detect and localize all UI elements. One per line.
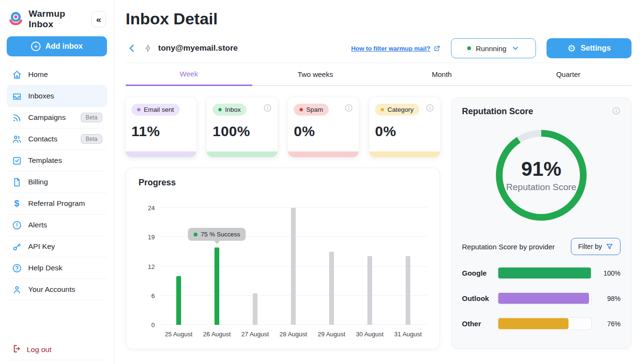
stat-card-top: Category (375, 104, 434, 116)
chart-bar[interactable] (291, 208, 296, 325)
chart-x-tick-label: 25 August (160, 331, 198, 338)
filter-by-label: Filter by (578, 243, 602, 250)
how-to-filter-link[interactable]: How to filter warmup mail? (351, 45, 440, 52)
info-icon[interactable] (612, 107, 621, 115)
chart-bar-column-26-august (198, 208, 236, 325)
stat-dot-icon (218, 108, 222, 111)
content-grid: Email sent11%Inbox100%Spam0%Category0% P… (126, 97, 632, 349)
chart-bar[interactable] (176, 276, 181, 325)
document-icon (11, 177, 22, 187)
warmup-status-dropdown[interactable]: Runnning (451, 38, 536, 58)
inbox-email-address: tony@myemail.store (158, 43, 238, 53)
reputation-title: Reputation Score (462, 107, 533, 117)
chevron-left-icon (127, 43, 137, 54)
brand-name: Warmup Inbox (29, 9, 86, 30)
plus-circle-icon: + (31, 42, 41, 51)
help-circle-icon (11, 263, 22, 273)
chart-bar[interactable] (214, 247, 219, 325)
alert-circle-icon (11, 220, 22, 230)
stat-value: 0% (375, 123, 434, 139)
chart-bar-column-25-august (160, 208, 198, 325)
sidebar-item-label: API Key (28, 242, 55, 251)
stat-card-top: Spam (294, 104, 353, 116)
tab-two-weeks[interactable]: Two weeks (252, 63, 379, 86)
provider-name: Other (462, 320, 491, 328)
tab-quarter[interactable]: Quarter (505, 63, 632, 86)
chart-bars (160, 208, 427, 325)
chart-x-tick-label: 26 August (198, 331, 236, 338)
sidebar-item-contacts[interactable]: ContactsBeta (7, 128, 107, 150)
add-inbox-button[interactable]: + Add inbox (7, 36, 107, 56)
chart-x-tick-label: 30 August (351, 331, 389, 338)
sidebar-item-label: Referral Program (28, 199, 85, 208)
stat-card-top: Email sent (131, 104, 191, 116)
sidebar-item-alerts[interactable]: Alerts (7, 214, 107, 236)
back-button[interactable] (126, 42, 138, 54)
filter-by-button[interactable]: Filter by (571, 238, 621, 255)
sidebar-item-label: Templates (28, 156, 62, 165)
provider-percentage: 100% (599, 269, 621, 277)
sidebar-item-inboxes[interactable]: Inboxes (7, 86, 107, 107)
stat-label: Category (387, 106, 414, 113)
period-tabs: WeekTwo weeksMonthQuarter (126, 63, 632, 86)
by-provider-row: Reputation Score by provider Filter by (462, 238, 621, 255)
sidebar-item-billing[interactable]: Billing (7, 171, 107, 193)
sidebar-item-api-key[interactable]: API Key (7, 236, 107, 257)
provider-row-outlook: Outlook98% (462, 292, 621, 305)
contacts-icon (11, 134, 22, 144)
app-window: Warmup Inbox « + Add inbox HomeInboxesCa… (0, 0, 643, 364)
chart-bar[interactable] (406, 256, 410, 325)
progress-card: Progress 0612192475 % Success 25 August2… (126, 168, 440, 349)
chart-bar[interactable] (329, 252, 334, 325)
chevrons-left-icon: « (96, 15, 101, 24)
sidebar-item-campaigns[interactable]: CampaignsBeta (7, 107, 107, 128)
email-header-row: tony@myemail.store How to filter warmup … (126, 38, 632, 59)
sidebar-item-referral-program[interactable]: $Referral Program (7, 193, 107, 214)
provider-row-other: Other76% (462, 317, 621, 330)
stat-label: Email sent (144, 106, 174, 113)
tab-label: Week (180, 70, 198, 78)
funnel-icon (606, 243, 613, 250)
tab-label: Quarter (556, 70, 580, 78)
page-title: Inbox Detail (126, 10, 632, 28)
chart-bar-column-29-august (312, 208, 351, 325)
info-icon[interactable] (344, 104, 353, 112)
chart-bar[interactable] (367, 256, 372, 325)
chart-bar-column-30-august (351, 208, 389, 325)
stat-pill: Email sent (131, 104, 180, 116)
inbox-icon (11, 91, 22, 101)
how-to-filter-label: How to filter warmup mail? (351, 45, 430, 52)
chart-y-tick-label: 6 (139, 292, 155, 299)
sidebar-item-help-desk[interactable]: Help Desk (7, 257, 107, 279)
provider-bar-track (497, 317, 592, 330)
stat-card-accent-strip (288, 151, 359, 157)
stat-card-accent-strip (126, 151, 196, 157)
beta-badge: Beta (81, 134, 102, 144)
tab-label: Month (432, 70, 452, 78)
chart-x-tick-label: 27 August (236, 331, 274, 338)
chart-x-tick-label: 28 August (274, 331, 312, 338)
tab-month[interactable]: Month (379, 63, 505, 86)
chart-bar[interactable] (253, 293, 257, 325)
sidebar-item-home[interactable]: Home (7, 64, 107, 86)
tab-week[interactable]: Week (126, 63, 252, 86)
tooltip-label: 75 % Success (201, 231, 240, 238)
sidebar-item-label: Campaigns (28, 113, 65, 122)
sidebar-item-templates[interactable]: Templates (7, 150, 107, 171)
progress-title: Progress (139, 178, 427, 188)
provider-percentage: 76% (599, 320, 621, 328)
stat-dot-icon (137, 108, 140, 111)
stat-label: Spam (306, 106, 323, 113)
sidebar-item-your-accounts[interactable]: Your Accounts (7, 279, 107, 300)
info-icon[interactable] (263, 104, 272, 112)
info-icon[interactable] (426, 104, 434, 112)
sidebar-collapse-button[interactable]: « (91, 11, 106, 27)
sidebar-item-label: Help Desk (28, 264, 63, 272)
stat-card-inbox: Inbox100% (207, 97, 278, 157)
provider-bars-list: Google100%Outlook98%Other76% (462, 267, 621, 330)
warmup-inbox-logo-icon (8, 10, 24, 28)
provider-bar-fill (498, 268, 591, 278)
stat-label: Inbox (225, 106, 241, 113)
logout-button[interactable]: Log out (7, 339, 107, 360)
settings-button[interactable]: ⚙ Settings (547, 38, 632, 58)
